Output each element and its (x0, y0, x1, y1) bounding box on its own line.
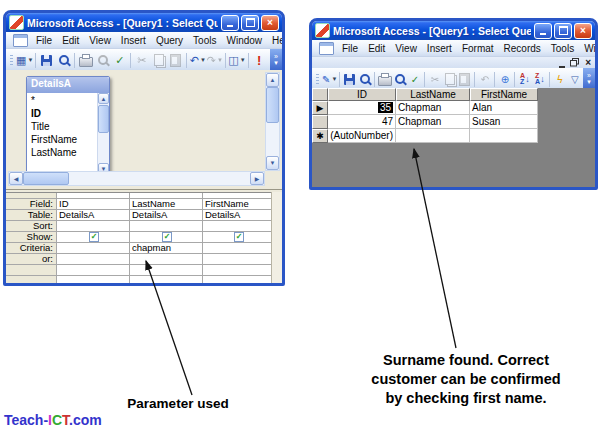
menu-item-records[interactable]: Records (499, 43, 546, 54)
menu-item-format[interactable]: Format (457, 43, 499, 54)
ds-cell-r1-firstname[interactable]: Alan (470, 101, 538, 115)
new-object-icon[interactable]: ◫▼ (228, 52, 245, 69)
undo-dropdown-icon[interactable]: ▼ (200, 57, 206, 63)
column-header-id[interactable]: ID (328, 88, 396, 101)
field-list-item-firstname[interactable]: FirstName (31, 133, 98, 146)
qgrid-cell-or-col3[interactable] (203, 254, 273, 264)
new-object-dropdown-icon[interactable]: ▼ (240, 57, 246, 63)
copy-icon[interactable] (442, 71, 457, 88)
menu-item-help[interactable]: Help (267, 35, 285, 46)
horizontal-scrollbar[interactable]: ◀ ▶ (8, 171, 265, 186)
print-preview-icon[interactable] (392, 71, 407, 88)
undo-icon[interactable]: ↶▼ (189, 52, 206, 69)
qgrid-cell-blank-col3[interactable] (203, 265, 273, 275)
maximize-button[interactable] (554, 23, 572, 39)
menu-item-window[interactable]: Window (221, 35, 267, 46)
qgrid-cell-field-col3[interactable]: FirstName (203, 199, 273, 209)
menu-item-view[interactable]: View (84, 35, 116, 46)
scroll-up-icon[interactable]: ▲ (98, 93, 109, 104)
minimize-button[interactable] (534, 23, 552, 39)
ds-cell-r1-id[interactable]: 35 (328, 101, 396, 115)
menu-item-insert[interactable]: Insert (422, 43, 457, 54)
sort-ascending-icon[interactable]: AZ↓ (517, 71, 532, 88)
close-button[interactable]: × (261, 15, 279, 31)
redo-dropdown-icon[interactable]: ▼ (217, 57, 223, 63)
undo-icon[interactable]: ↶ (477, 71, 492, 88)
qgrid-cell-or-col2[interactable] (130, 254, 202, 264)
qgrid-cell-or-col1[interactable] (57, 254, 129, 264)
qgrid-cell-sort-col1[interactable] (57, 221, 129, 231)
maximize-button[interactable] (241, 15, 259, 31)
redo-icon[interactable]: ↷▼ (206, 52, 223, 69)
field-list-scrollbar[interactable]: ▲ ▼ (97, 93, 109, 174)
cut-icon[interactable]: ✂ (133, 52, 150, 69)
qgrid-cell-sort-col2[interactable] (130, 221, 202, 231)
qgrid-cell-blank-col3[interactable] (203, 276, 273, 286)
field-list-item-lastname[interactable]: LastName (31, 146, 98, 159)
spelling-icon[interactable]: ✓ (111, 52, 128, 69)
toolbar-grip-icon[interactable] (316, 74, 319, 85)
paste-icon[interactable] (457, 71, 472, 88)
qgrid-cell-table-col3[interactable]: DetailsA (203, 210, 273, 220)
menu-item-insert[interactable]: Insert (116, 35, 151, 46)
qgrid-cell-field-col1[interactable]: ID (57, 199, 129, 209)
cut-icon[interactable]: ✂ (427, 71, 442, 88)
insert-hyperlink-icon[interactable]: ⊕ (497, 71, 512, 88)
scrollbar-thumb[interactable] (98, 105, 109, 133)
filter-by-selection-icon[interactable]: ϟ (552, 71, 567, 88)
field-list-item-id[interactable]: ID (31, 107, 98, 120)
qgrid-cell-show-col2[interactable]: ✓ (130, 232, 202, 242)
field-list-item-star[interactable]: * (31, 94, 98, 107)
scroll-up-icon[interactable]: ▲ (266, 73, 279, 87)
vertical-scrollbar[interactable]: ▲ ▼ (265, 72, 280, 171)
show-checkbox[interactable]: ✓ (234, 232, 244, 242)
ds-cell-r3-id[interactable]: (AutoNumber) (328, 129, 396, 143)
scroll-left-icon[interactable]: ◀ (9, 172, 23, 185)
title-bar[interactable]: Microsoft Access - [Query1 : Select Quer… (312, 21, 595, 40)
view-design-dropdown-icon[interactable]: ▼ (331, 76, 337, 82)
spelling-icon[interactable]: ✓ (407, 71, 422, 88)
ds-cell-r1-lastname[interactable]: Chapman (396, 101, 470, 115)
run-icon[interactable]: ! (251, 52, 268, 69)
qgrid-cell-table-col2[interactable]: DetailsA (130, 210, 202, 220)
file-search-icon[interactable] (357, 71, 372, 88)
ds-cell-r2-id[interactable]: 47 (328, 115, 396, 129)
qgrid-cell-blank-col1[interactable] (57, 276, 129, 286)
menu-item-view[interactable]: View (390, 43, 422, 54)
child-window-icon[interactable] (319, 42, 334, 55)
grid-scrollbar[interactable] (271, 192, 282, 283)
show-checkbox[interactable]: ✓ (162, 232, 172, 242)
field-list-title[interactable]: DetailsA (27, 77, 109, 93)
field-list-item-title[interactable]: Title (31, 120, 98, 133)
scrollbar-thumb[interactable] (23, 172, 69, 185)
minimize-button[interactable] (221, 15, 239, 31)
title-bar[interactable]: Microsoft Access - [Query1 : Select Quer… (6, 13, 282, 32)
file-search-icon[interactable] (55, 52, 72, 69)
save-icon[interactable] (38, 52, 55, 69)
ds-cell-r2-lastname[interactable]: Chapman (396, 115, 470, 129)
qgrid-cell-criteria-col1[interactable] (57, 243, 129, 253)
print-icon[interactable] (377, 71, 392, 88)
menu-item-tools[interactable]: Tools (546, 43, 579, 54)
qgrid-cell-sort-col3[interactable] (203, 221, 273, 231)
record-selector[interactable] (312, 115, 328, 129)
qgrid-cell-blank-col3[interactable] (203, 193, 273, 198)
column-header-lastname[interactable]: LastName (396, 88, 470, 101)
save-icon[interactable] (342, 71, 357, 88)
print-icon[interactable] (77, 52, 94, 69)
scroll-right-icon[interactable]: ▶ (250, 172, 264, 185)
qgrid-cell-show-col3[interactable]: ✓ (203, 232, 273, 242)
toolbar-options-icon[interactable]: »▾ (270, 49, 282, 71)
qgrid-cell-blank-col2[interactable] (130, 265, 202, 275)
copy-icon[interactable] (150, 52, 167, 69)
paste-icon[interactable] (167, 52, 184, 69)
view-datasheet-icon[interactable]: ▦▼ (16, 52, 33, 69)
qgrid-cell-blank-col2[interactable] (130, 193, 202, 198)
child-window-icon[interactable] (13, 34, 28, 47)
close-button[interactable]: × (574, 23, 592, 39)
ds-cell-r3-lastname[interactable] (396, 129, 470, 143)
print-preview-icon[interactable] (94, 52, 111, 69)
qgrid-cell-field-col2[interactable]: LastName (130, 199, 202, 209)
qgrid-cell-criteria-col3[interactable] (203, 243, 273, 253)
qgrid-cell-criteria-col2[interactable]: chapman (130, 243, 202, 253)
